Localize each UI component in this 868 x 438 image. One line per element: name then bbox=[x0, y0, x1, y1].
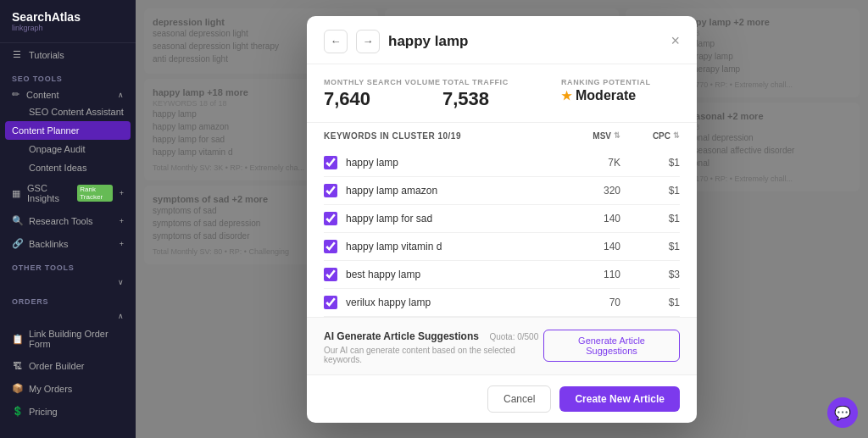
order-builder-label: Order Builder bbox=[29, 361, 84, 371]
kw-checkbox[interactable] bbox=[324, 296, 337, 309]
rp-value: Moderate bbox=[561, 88, 680, 103]
kw-msv-value: 7K bbox=[561, 157, 620, 169]
ai-title: AI Generate Article Suggestions bbox=[324, 330, 479, 342]
modal-overlay: ← → happy lamp × MONTHLY SEARCH VOLUME 7… bbox=[136, 0, 868, 438]
research-arrow: + bbox=[120, 217, 124, 225]
kw-row: verilux happy lamp 70 $1 bbox=[324, 289, 680, 317]
sidebar-item-seo-content[interactable]: SEO Content Assistant bbox=[0, 103, 136, 121]
sidebar-item-content-ideas[interactable]: Content Ideas bbox=[0, 158, 136, 177]
traffic-label: TOTAL TRAFFIC bbox=[442, 78, 561, 86]
chat-icon: 💬 bbox=[834, 405, 851, 421]
orders-toggle[interactable]: ∧ bbox=[0, 309, 136, 323]
sidebar-item-onpage-audit[interactable]: Onpage Audit bbox=[0, 140, 136, 158]
kw-row: best happy lamp 110 $3 bbox=[324, 261, 680, 289]
stat-total-traffic: TOTAL TRAFFIC 7,538 bbox=[442, 78, 561, 110]
kw-cpc-value: $1 bbox=[620, 297, 680, 308]
content-arrow: ∧ bbox=[118, 91, 124, 99]
rank-tracker-badge: Rank Tracker bbox=[77, 185, 112, 202]
sidebar-item-content[interactable]: ✏ Content ∧ bbox=[0, 86, 136, 103]
gsc-icon: ▦ bbox=[12, 188, 20, 199]
orders-arrow: ∧ bbox=[118, 312, 124, 320]
kw-checkbox[interactable] bbox=[324, 184, 337, 197]
kw-name: happy lamp for sad bbox=[346, 213, 561, 225]
backlinks-label: Backlinks bbox=[29, 239, 68, 249]
sidebar-item-content-planner[interactable]: Content Planner bbox=[5, 121, 131, 140]
sidebar-item-my-orders[interactable]: 📦 My Orders bbox=[0, 377, 136, 400]
orders-label: ORDERS bbox=[0, 289, 136, 309]
stat-monthly-search-volume: MONTHLY SEARCH VOLUME 7,640 bbox=[324, 78, 442, 110]
sidebar-item-link-building[interactable]: 📋 Link Building Order Form bbox=[0, 323, 136, 355]
sidebar-item-research[interactable]: 🔍 Research Tools + bbox=[0, 209, 136, 232]
sidebar: SearchAtlas linkgraph ☰ Tutorials SEO TO… bbox=[0, 0, 136, 438]
pricing-icon: 💲 bbox=[12, 406, 22, 417]
research-icon: 🔍 bbox=[12, 215, 22, 226]
create-article-button[interactable]: Create New Article bbox=[559, 386, 680, 412]
sidebar-item-gsc[interactable]: ▦ GSC Insights Rank Tracker + bbox=[0, 177, 136, 209]
kw-cpc-value: $1 bbox=[620, 157, 680, 169]
kw-checkbox[interactable] bbox=[324, 212, 337, 225]
modal-footer: Cancel Create New Article bbox=[307, 374, 697, 423]
brand-name: SearchAtlas bbox=[12, 10, 124, 24]
content-icon: ✏ bbox=[12, 89, 19, 100]
modal: ← → happy lamp × MONTHLY SEARCH VOLUME 7… bbox=[307, 16, 697, 423]
kw-checkbox[interactable] bbox=[324, 268, 337, 281]
kw-name: happy lamp amazon bbox=[346, 185, 561, 197]
gsc-arrow: + bbox=[120, 189, 124, 197]
kw-checkbox[interactable] bbox=[324, 156, 337, 169]
kw-cpc-value: $1 bbox=[620, 185, 680, 197]
ai-quota: Quota: 0/500 bbox=[489, 332, 538, 341]
sidebar-item-backlinks[interactable]: 🔗 Backlinks + bbox=[0, 232, 136, 255]
traffic-value: 7,538 bbox=[442, 88, 561, 110]
backlinks-icon: 🔗 bbox=[12, 238, 22, 249]
modal-back-button[interactable]: ← bbox=[324, 30, 348, 53]
chat-bubble[interactable]: 💬 bbox=[827, 397, 858, 428]
main-content: depression light seasonal depression lig… bbox=[136, 0, 868, 438]
kw-msv-value: 110 bbox=[561, 269, 620, 280]
gsc-label: GSC Insights bbox=[27, 183, 68, 203]
msv-value: 7,640 bbox=[324, 88, 442, 110]
kw-checkbox[interactable] bbox=[324, 240, 337, 253]
kw-row: happy lamp vitamin d 140 $1 bbox=[324, 233, 680, 261]
msv-col-header[interactable]: MSV ⇅ bbox=[561, 131, 620, 141]
kw-cpc-value: $1 bbox=[620, 241, 680, 252]
msv-label: MONTHLY SEARCH VOLUME bbox=[324, 78, 442, 86]
kw-msv-value: 140 bbox=[561, 213, 620, 225]
sidebar-logo: SearchAtlas linkgraph bbox=[0, 0, 136, 43]
other-tools-toggle[interactable]: ∨ bbox=[0, 275, 136, 289]
kw-msv-value: 70 bbox=[561, 297, 620, 308]
sidebar-item-pricing[interactable]: 💲 Pricing bbox=[0, 400, 136, 423]
sidebar-item-order-builder[interactable]: 🏗 Order Builder bbox=[0, 355, 136, 377]
ai-text: AI Generate Article Suggestions Quota: 0… bbox=[324, 328, 543, 364]
cancel-button[interactable]: Cancel bbox=[487, 385, 551, 413]
kw-name: verilux happy lamp bbox=[346, 297, 561, 308]
content-label: Content bbox=[26, 90, 59, 100]
my-orders-label: My Orders bbox=[29, 384, 72, 394]
kw-msv-value: 320 bbox=[561, 185, 620, 197]
ai-section: AI Generate Article Suggestions Quota: 0… bbox=[307, 317, 697, 374]
rp-label: RANKING POTENTIAL bbox=[561, 78, 680, 86]
modal-forward-button[interactable]: → bbox=[356, 30, 380, 53]
cpc-col-header[interactable]: CPC ⇅ bbox=[620, 131, 680, 141]
tutorials-label: Tutorials bbox=[29, 50, 64, 60]
seo-tools-label: SEO TOOLS bbox=[0, 66, 136, 86]
tutorials-icon: ☰ bbox=[12, 49, 22, 60]
kw-table-header: KEYWORDS IN CLUSTER 10/19 MSV ⇅ CPC ⇅ bbox=[307, 123, 697, 149]
kw-row: happy lamp for sad 140 $1 bbox=[324, 205, 680, 233]
modal-close-button[interactable]: × bbox=[670, 32, 680, 50]
sidebar-item-tutorials[interactable]: ☰ Tutorials bbox=[0, 43, 136, 66]
my-orders-icon: 📦 bbox=[12, 383, 22, 394]
cpc-sort-icon: ⇅ bbox=[673, 131, 680, 140]
pricing-label: Pricing bbox=[29, 407, 58, 417]
modal-stats: MONTHLY SEARCH VOLUME 7,640 TOTAL TRAFFI… bbox=[307, 64, 697, 123]
keywords-list: happy lamp 7K $1 happy lamp amazon 320 $… bbox=[307, 149, 697, 317]
kw-name: happy lamp bbox=[346, 157, 561, 169]
generate-suggestions-button[interactable]: Generate Article Suggestions bbox=[543, 330, 680, 362]
stat-ranking-potential: RANKING POTENTIAL Moderate bbox=[561, 78, 680, 110]
research-label: Research Tools bbox=[29, 216, 93, 226]
brand-sub: linkgraph bbox=[12, 24, 124, 32]
other-tools-label: OTHER TOOLS bbox=[0, 255, 136, 275]
ai-description: Our AI can generate content based on the… bbox=[324, 346, 543, 364]
modal-header: ← → happy lamp × bbox=[307, 16, 697, 64]
msv-sort-icon: ⇅ bbox=[614, 131, 620, 140]
link-building-label: Link Building Order Form bbox=[29, 329, 124, 349]
